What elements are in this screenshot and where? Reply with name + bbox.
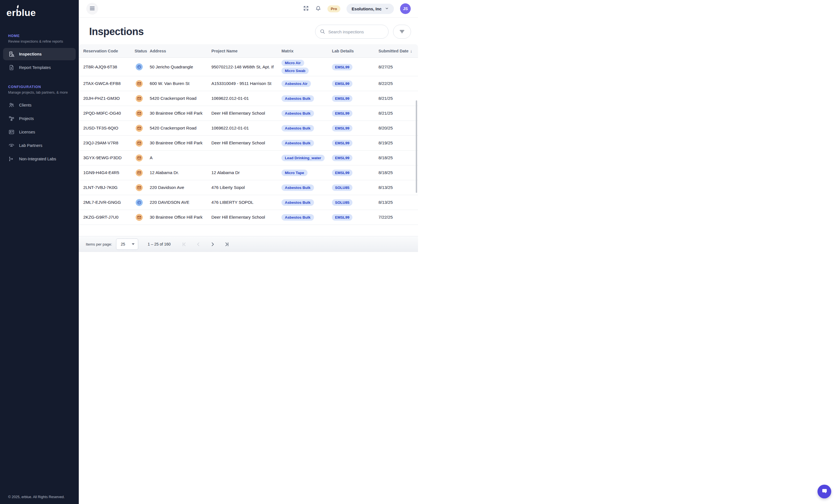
sidebar-item-label: Inspections <box>19 52 42 56</box>
column-header-submitted-date[interactable]: Submitted Date ↓ <box>378 49 418 53</box>
table-row[interactable]: 2TAX-GWCA-EFB8600 W. Van Buren StA153310… <box>79 76 418 91</box>
org-switcher[interactable]: Esolutions, Inc <box>346 4 394 14</box>
sidebar-item-report-templates[interactable]: Report Templates <box>3 61 76 74</box>
sidebar-item-label: Licenses <box>19 130 35 134</box>
sidebar-section-description: Manage projects, lab partners, & more <box>8 91 79 95</box>
lab-chip: EMSL99 <box>332 95 353 102</box>
status-sent-mail-icon <box>136 214 143 221</box>
table-row[interactable]: 2ML7-EJVR-GNGG220 DAVIDSON AVE476 LIBERT… <box>79 195 418 210</box>
sort-desc-icon[interactable]: ↓ <box>410 49 412 53</box>
avatar[interactable]: JS <box>400 3 411 14</box>
cell-address: 220 Davidson Ave <box>150 185 211 190</box>
cell-matrix: Asbestos Air <box>282 80 332 87</box>
cell-project-name: 1069622.012-01-01 <box>211 96 282 101</box>
sidebar-section: HOMEReview inspections & refine reportsI… <box>0 34 79 74</box>
first-page-button[interactable] <box>180 240 188 248</box>
inspections-table: Reservation Code Status Address Project … <box>79 44 418 236</box>
table-row[interactable]: 1GN9-H4G4-E4R512 Alabama Dr.12 Alabama D… <box>79 166 418 180</box>
table-row[interactable]: 20JH-PHZ1-GM3O5420 Crackersport Road1069… <box>79 91 418 106</box>
status-sent-mail-icon <box>136 110 143 117</box>
sidebar-item-lab-partners[interactable]: Lab Partners <box>3 139 76 152</box>
cell-project-name: 476 LIBERTY SOPOL <box>211 200 282 205</box>
leaf-icon <box>14 5 20 12</box>
filter-button[interactable] <box>393 25 411 39</box>
sidebar-section: CONFIGURATIONManage projects, lab partne… <box>0 85 79 165</box>
cell-reservation-code: 2LNT-7VBJ-7K0G <box>83 185 135 190</box>
next-page-button[interactable] <box>209 240 216 248</box>
cell-status <box>135 154 150 161</box>
sidebar-item-label: Clients <box>19 103 32 108</box>
menu-icon <box>89 5 95 12</box>
id-card-icon <box>8 129 15 135</box>
column-header-lab-details[interactable]: Lab Details <box>332 49 378 53</box>
cell-matrix: Asbestos Bulk <box>282 214 332 220</box>
cell-address: 5420 Crackersport Road <box>150 125 211 131</box>
column-header-matrix[interactable]: Matrix <box>282 49 332 53</box>
cell-status <box>135 110 150 117</box>
sidebar-item-inspections[interactable]: Inspections <box>3 48 76 60</box>
cell-matrix: Asbestos Bulk <box>282 125 332 132</box>
brand-logo: erblue <box>6 7 51 18</box>
cell-project-name: 1069622.012-01-01 <box>211 125 282 131</box>
lab-chip: EMSL99 <box>332 214 353 220</box>
cell-address: 30 Braintree Office Hill Park <box>150 111 211 116</box>
table-row[interactable]: 2KZG-G9RT-J7U030 Braintree Office Hill P… <box>79 210 418 225</box>
cell-status <box>135 140 150 147</box>
topbar: Pro Esolutions, Inc JS <box>79 0 418 18</box>
sidebar-item-licenses[interactable]: Licenses <box>3 126 76 138</box>
matrix-chip: Asbestos Bulk <box>282 214 314 220</box>
status-sent-mail-icon <box>136 169 143 176</box>
pagination-bar: Items per page: 25 1 – 25 of 160 <box>79 236 418 252</box>
cell-matrix: Micro Tape <box>282 170 332 176</box>
sidebar-item-projects[interactable]: Projects <box>3 112 76 125</box>
cell-reservation-code: 2TAX-GWCA-EFB8 <box>83 81 135 86</box>
column-header-project-name[interactable]: Project Name <box>211 49 282 53</box>
cell-reservation-code: 20JH-PHZ1-GM3O <box>83 96 135 101</box>
cell-submitted-date: 8/19/25 <box>378 140 418 146</box>
file-plus-icon <box>8 64 15 71</box>
status-sent-mail-icon <box>136 95 143 102</box>
column-header-status[interactable]: Status <box>135 49 150 53</box>
lab-chip: EMSL99 <box>332 155 353 161</box>
search-input[interactable] <box>315 25 388 39</box>
matrix-chip: Micro Swab <box>282 67 309 74</box>
sidebar-item-label: Lab Partners <box>19 143 42 148</box>
cell-matrix: Asbestos Bulk <box>282 95 332 102</box>
fullscreen-button[interactable] <box>303 5 309 12</box>
table-row[interactable]: 2USD-TF3S-6QIO5420 Crackersport Road1069… <box>79 121 418 136</box>
cell-matrix: Asbestos Bulk <box>282 140 332 146</box>
cell-lab-details: EMSL99 <box>332 64 378 70</box>
table-row[interactable]: 23QJ-29AM-V7R830 Braintree Office Hill P… <box>79 136 418 151</box>
items-per-page-select[interactable]: 25 <box>116 238 138 250</box>
sidebar-section-title: HOME <box>8 34 79 38</box>
search-icon <box>320 28 325 36</box>
cell-lab-details: SOLU85 <box>332 185 378 190</box>
lab-chip: SOLU85 <box>332 199 353 206</box>
matrix-chip: Asbestos Bulk <box>282 140 314 146</box>
previous-page-button[interactable] <box>194 240 202 248</box>
table-row[interactable]: 3GYX-9EWG-P3DDALead Drinking_waterEMSL99… <box>79 151 418 166</box>
last-page-button[interactable] <box>223 240 231 248</box>
matrix-chip: Asbestos Bulk <box>282 185 314 191</box>
column-header-address[interactable]: Address <box>150 49 211 53</box>
table-row[interactable]: 2T8R-AJQ9-6T3850 Jericho Quadrangle95070… <box>79 58 418 76</box>
column-header-reservation-code[interactable]: Reservation Code <box>83 49 135 53</box>
sidebar-toggle-button[interactable] <box>86 3 98 15</box>
cell-address: 30 Braintree Office Hill Park <box>150 215 211 220</box>
lab-chip: EMSL99 <box>332 80 353 87</box>
cell-address: A <box>150 155 211 160</box>
table-row[interactable]: 2PQD-M0FC-OG4030 Braintree Office Hill P… <box>79 106 418 121</box>
sidebar: erblue HOMEReview inspections & refine r… <box>0 0 79 252</box>
status-sent-mail-icon <box>136 184 143 191</box>
cell-submitted-date: 8/18/25 <box>378 170 418 175</box>
sidebar-item-non-integrated-labs[interactable]: Non-Integrated Labs <box>3 153 76 165</box>
sidebar-item-clients[interactable]: Clients <box>3 99 76 111</box>
matrix-chip: Asbestos Bulk <box>282 125 314 132</box>
cell-reservation-code: 23QJ-29AM-V7R8 <box>83 140 135 146</box>
notifications-button[interactable] <box>315 5 321 12</box>
vertical-scrollbar[interactable] <box>416 100 417 193</box>
cell-lab-details: SOLU85 <box>332 200 378 205</box>
cell-submitted-date: 8/20/25 <box>378 125 418 131</box>
cell-status <box>135 214 150 221</box>
table-row[interactable]: 2LNT-7VBJ-7K0G220 Davidson Ave476 Libert… <box>79 180 418 195</box>
